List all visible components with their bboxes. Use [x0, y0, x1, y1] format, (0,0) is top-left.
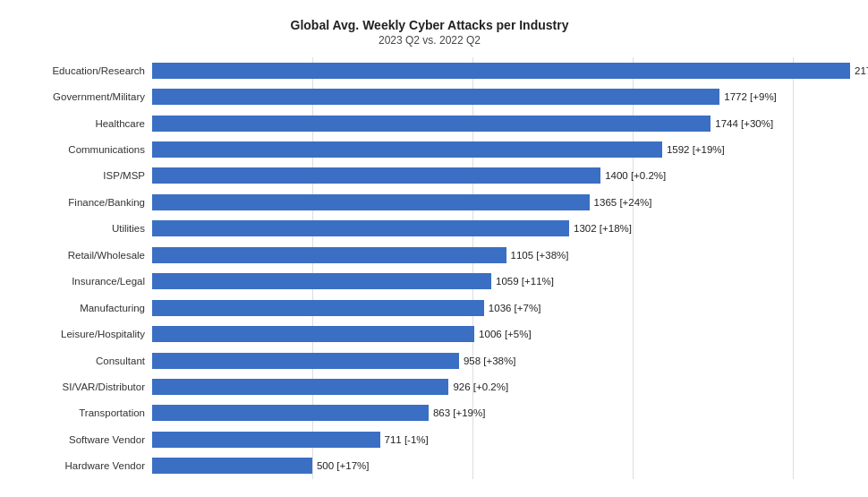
industry-label: Consultant — [9, 356, 152, 366]
bar-row: Education/Research2179 [-6%] — [9, 57, 850, 83]
bar-value-label: 1036 [+7%] — [489, 303, 541, 313]
bar-track: 1059 [+11%] — [152, 269, 850, 295]
bar-fill — [152, 141, 662, 158]
industry-label: Manufacturing — [9, 303, 152, 313]
bar-fill — [152, 405, 429, 421]
bar-value-label: 863 [+19%] — [433, 407, 486, 418]
industry-label: ISP/MSP — [9, 170, 152, 181]
industry-label: Software Vendor — [9, 434, 152, 445]
bar-row: Insurance/Legal1059 [+11%] — [9, 269, 850, 295]
bar-fill — [152, 194, 590, 210]
bar-track: 1006 [+5%] — [152, 321, 850, 347]
bar-value-label: 1105 [+38%] — [511, 250, 569, 261]
industry-label: Utilities — [9, 223, 152, 234]
industry-label: Government/Military — [9, 91, 152, 102]
bar-track: 1036 [+7%] — [152, 295, 850, 321]
bar-fill — [152, 379, 448, 395]
bar-value-label: 500 [+17%] — [317, 460, 370, 471]
bar-row: SI/VAR/Distributor926 [+0.2%] — [9, 373, 850, 399]
bar-row: Healthcare1744 [+30%] — [9, 110, 850, 136]
bar-track: 1772 [+9%] — [152, 83, 850, 109]
chart-area: Education/Research2179 [-6%]Government/M… — [9, 57, 850, 479]
bar-row: ISP/MSP1400 [+0.2%] — [9, 163, 850, 189]
bar-track: 1400 [+0.2%] — [152, 163, 850, 189]
bar-track: 926 [+0.2%] — [152, 373, 850, 399]
industry-label: Insurance/Legal — [9, 276, 152, 287]
bar-fill — [152, 458, 312, 474]
bar-row: Software Vendor711 [-1%] — [9, 426, 850, 452]
bar-row: Finance/Banking1365 [+24%] — [9, 189, 850, 215]
bar-track: 958 [+38%] — [152, 347, 850, 373]
industry-label: Communications — [9, 144, 152, 155]
bar-row: Utilities1302 [+18%] — [9, 216, 850, 242]
chart-title: Global Avg. Weekly Cyber Attacks per Ind… — [9, 18, 850, 32]
bar-row: Leisure/Hospitality1006 [+5%] — [9, 321, 850, 347]
industry-label: Education/Research — [9, 65, 152, 76]
bar-value-label: 1365 [+24%] — [594, 197, 652, 208]
bar-fill — [152, 116, 711, 132]
bar-value-label: 711 [-1%] — [385, 434, 429, 445]
bar-value-label: 958 [+38%] — [464, 356, 516, 366]
bar-track: 863 [+19%] — [152, 400, 850, 426]
bar-row: Manufacturing1036 [+7%] — [9, 295, 850, 321]
industry-label: Transportation — [9, 407, 152, 418]
bar-fill — [152, 220, 569, 236]
bar-row: Transportation863 [+19%] — [9, 400, 850, 426]
bar-track: 1744 [+30%] — [152, 110, 850, 136]
industry-label: Hardware Vendor — [9, 460, 152, 471]
bar-track: 1302 [+18%] — [152, 216, 850, 242]
bar-value-label: 1772 [+9%] — [724, 91, 777, 102]
bar-track: 711 [-1%] — [152, 426, 850, 452]
bar-value-label: 1059 [+11%] — [496, 276, 554, 287]
bar-value-label: 1302 [+18%] — [574, 223, 632, 234]
bar-fill — [152, 300, 484, 316]
bar-row: Consultant958 [+38%] — [9, 347, 850, 373]
bar-value-label: 2179 [-6%] — [855, 65, 868, 76]
bar-fill — [152, 273, 491, 289]
bar-fill — [152, 432, 380, 448]
bar-row: Government/Military1772 [+9%] — [9, 83, 850, 109]
industry-label: Healthcare — [9, 118, 152, 129]
chart-body: Education/Research2179 [-6%]Government/M… — [9, 57, 850, 479]
bar-track: 2179 [-6%] — [152, 57, 868, 83]
bar-track: 500 [+17%] — [152, 453, 850, 479]
bar-row: Hardware Vendor500 [+17%] — [9, 453, 850, 479]
bar-fill — [152, 63, 850, 79]
bar-row: Retail/Wholesale1105 [+38%] — [9, 242, 850, 268]
bar-value-label: 1006 [+5%] — [479, 329, 532, 339]
industry-label: SI/VAR/Distributor — [9, 381, 152, 392]
industry-label: Leisure/Hospitality — [9, 329, 152, 339]
bar-value-label: 1744 [+30%] — [715, 118, 773, 129]
bar-value-label: 926 [+0.2%] — [453, 381, 508, 392]
bar-track: 1592 [+19%] — [152, 136, 850, 162]
bar-value-label: 1400 [+0.2%] — [605, 170, 666, 181]
bar-fill — [152, 89, 719, 105]
bar-row: Communications1592 [+19%] — [9, 136, 850, 162]
bar-value-label: 1592 [+19%] — [667, 144, 725, 155]
industry-label: Retail/Wholesale — [9, 250, 152, 261]
bar-track: 1105 [+38%] — [152, 242, 850, 268]
chart-container: Global Avg. Weekly Cyber Attacks per Ind… — [0, 0, 868, 497]
bar-fill — [152, 326, 474, 342]
bar-fill — [152, 247, 506, 263]
bar-track: 1365 [+24%] — [152, 189, 850, 215]
bar-fill — [152, 353, 459, 369]
bar-fill — [152, 167, 600, 184]
industry-label: Finance/Banking — [9, 197, 152, 208]
chart-subtitle: 2023 Q2 vs. 2022 Q2 — [9, 34, 850, 47]
